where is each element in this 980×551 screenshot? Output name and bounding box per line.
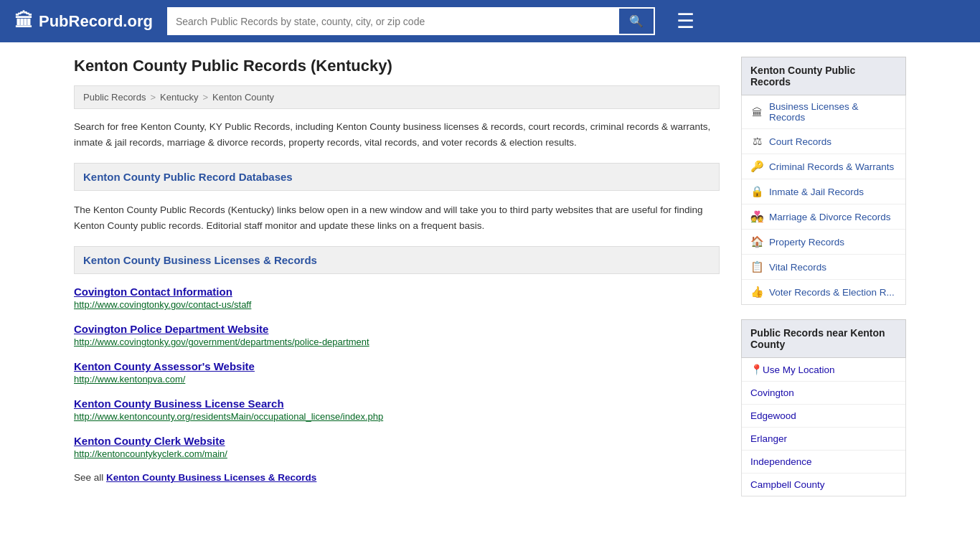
sidebar-records-item-4[interactable]: 💑Marriage & Divorce Records <box>742 204 905 230</box>
site-header: 🏛 PubRecord.org 🔍 ☰ <box>0 0 980 42</box>
record-entry-3: Kenton County Business License Search ht… <box>74 397 720 422</box>
logo[interactable]: 🏛 PubRecord.org <box>14 10 153 32</box>
sidebar-icon-2: 🔑 <box>750 160 763 173</box>
sidebar-icon-6: 📋 <box>750 260 763 273</box>
sidebar-link-6[interactable]: Vital Records <box>769 262 826 273</box>
breadcrumb-kentucky[interactable]: Kentucky <box>160 92 198 103</box>
sidebar-icon-5: 🏠 <box>750 235 763 248</box>
nearby-link-4[interactable]: Campbell County <box>750 479 825 490</box>
sidebar-records-item-2[interactable]: 🔑Criminal Records & Warrants <box>742 154 905 179</box>
nearby-location-4[interactable]: Campbell County <box>742 474 905 496</box>
record-title-0[interactable]: Covington Contact Information <box>74 286 232 298</box>
use-location-item[interactable]: 📍Use My Location <box>742 358 905 382</box>
sidebar-records-title: Kenton County Public Records <box>741 57 906 95</box>
see-all-line: See all Kenton County Business Licenses … <box>74 472 720 483</box>
sidebar-link-1[interactable]: Court Records <box>769 136 831 147</box>
sidebar-link-7[interactable]: Voter Records & Election R... <box>769 287 895 298</box>
sidebar-records-item-7[interactable]: 👍Voter Records & Election R... <box>742 280 905 304</box>
record-title-3[interactable]: Kenton County Business License Search <box>74 397 284 410</box>
record-entry-4: Kenton County Clerk Website http://kento… <box>74 435 720 459</box>
sidebar: Kenton County Public Records 🏛Business L… <box>741 57 906 511</box>
breadcrumb-kenton-county: Kenton County <box>212 92 274 103</box>
record-title-4[interactable]: Kenton County Clerk Website <box>74 435 225 447</box>
nearby-location-2[interactable]: Erlanger <box>742 428 905 451</box>
record-url-4[interactable]: http://kentoncountykyclerk.com/main/ <box>74 448 720 459</box>
content-area: Kenton County Public Records (Kentucky) … <box>74 57 720 511</box>
nearby-location-1[interactable]: Edgewood <box>742 405 905 428</box>
nearby-location-3[interactable]: Independence <box>742 451 905 474</box>
search-input[interactable] <box>167 7 618 35</box>
business-licenses-heading: Kenton County Business Licenses & Record… <box>74 246 720 274</box>
record-url-1[interactable]: http://www.covingtonky.gov/government/de… <box>74 336 720 347</box>
sidebar-link-4[interactable]: Marriage & Divorce Records <box>769 212 891 222</box>
sidebar-records-item-5[interactable]: 🏠Property Records <box>742 230 905 255</box>
record-url-0[interactable]: http://www.covingtonky.gov/contact-us/st… <box>74 299 720 310</box>
building-icon: 🏛 <box>14 10 33 32</box>
databases-desc: The Kenton County Public Records (Kentuc… <box>74 202 720 233</box>
breadcrumb-public-records[interactable]: Public Records <box>83 92 146 103</box>
nearby-location-0[interactable]: Covington <box>742 382 905 405</box>
sidebar-link-2[interactable]: Criminal Records & Warrants <box>769 161 894 172</box>
page-title: Kenton County Public Records (Kentucky) <box>74 57 720 75</box>
sidebar-records-item-0[interactable]: 🏛Business Licenses & Records <box>742 95 905 129</box>
nearby-link-1[interactable]: Edgewood <box>750 410 796 421</box>
sidebar-nearby-box: Public Records near Kenton County 📍Use M… <box>741 319 906 496</box>
search-button[interactable]: 🔍 <box>618 7 655 35</box>
location-pin-icon: 📍 <box>750 364 763 375</box>
sidebar-nearby-list: 📍Use My LocationCovingtonEdgewoodErlange… <box>741 358 906 496</box>
see-all-link[interactable]: Kenton County Business Licenses & Record… <box>106 472 316 483</box>
breadcrumb: Public Records > Kentucky > Kenton Count… <box>74 85 720 109</box>
sidebar-records-list: 🏛Business Licenses & Records⚖Court Recor… <box>741 95 906 305</box>
sidebar-icon-4: 💑 <box>750 210 763 223</box>
logo-text: PubRecord.org <box>39 12 153 31</box>
sidebar-icon-3: 🔒 <box>750 185 763 198</box>
sidebar-link-3[interactable]: Inmate & Jail Records <box>769 187 864 197</box>
sidebar-icon-7: 👍 <box>750 286 763 298</box>
sidebar-icon-1: ⚖ <box>750 135 763 148</box>
records-list: Covington Contact Information http://www… <box>74 286 720 459</box>
record-entry-2: Kenton County Assessor's Website http://… <box>74 360 720 385</box>
sidebar-nearby-title: Public Records near Kenton County <box>741 319 906 358</box>
intro-text: Search for free Kenton County, KY Public… <box>74 119 720 150</box>
use-location-link[interactable]: Use My Location <box>763 364 835 375</box>
main-layout: Kenton County Public Records (Kentucky) … <box>60 42 920 525</box>
sidebar-icon-0: 🏛 <box>750 106 763 118</box>
see-all-prefix: See all <box>74 472 103 483</box>
hamburger-menu-button[interactable]: ☰ <box>677 9 694 33</box>
record-entry-0: Covington Contact Information http://www… <box>74 286 720 310</box>
sidebar-records-item-1[interactable]: ⚖Court Records <box>742 129 905 154</box>
databases-heading: Kenton County Public Record Databases <box>74 163 720 191</box>
nearby-link-0[interactable]: Covington <box>750 387 794 398</box>
record-url-2[interactable]: http://www.kentonpva.com/ <box>74 374 720 385</box>
sidebar-records-item-3[interactable]: 🔒Inmate & Jail Records <box>742 179 905 204</box>
record-title-2[interactable]: Kenton County Assessor's Website <box>74 360 255 372</box>
record-entry-1: Covington Police Department Website http… <box>74 323 720 347</box>
breadcrumb-sep-1: > <box>150 92 156 103</box>
search-form: 🔍 <box>167 7 655 35</box>
record-url-3[interactable]: http://www.kentoncounty.org/residentsMai… <box>74 411 720 422</box>
sidebar-records-box: Kenton County Public Records 🏛Business L… <box>741 57 906 305</box>
breadcrumb-sep-2: > <box>203 92 209 103</box>
nearby-link-3[interactable]: Independence <box>750 456 812 467</box>
nearby-link-2[interactable]: Erlanger <box>750 433 787 444</box>
sidebar-link-0[interactable]: Business Licenses & Records <box>769 101 897 123</box>
record-title-1[interactable]: Covington Police Department Website <box>74 323 268 335</box>
sidebar-link-5[interactable]: Property Records <box>769 237 844 248</box>
sidebar-records-item-6[interactable]: 📋Vital Records <box>742 255 905 280</box>
